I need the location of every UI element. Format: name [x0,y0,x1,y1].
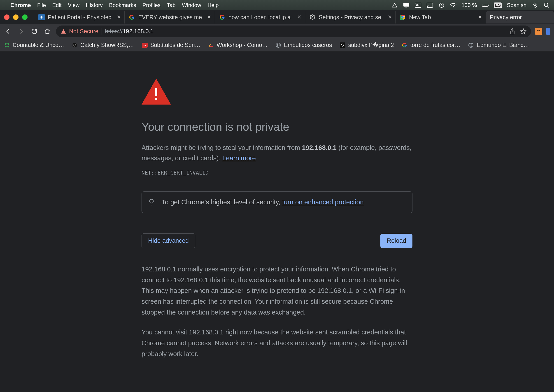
spotlight-icon[interactable] [543,3,550,8]
ssl-interstitial: Your connection is not private Attackers… [142,51,412,392]
bookmark-catch[interactable]: Catch y ShowRSS,… [72,42,134,48]
tab-patient-portal[interactable]: ✚ Patient Portal - Physiotec ✕ [34,11,125,23]
tab-privacy-error[interactable]: Privacy error [486,11,554,23]
bluetooth-icon[interactable] [531,3,538,8]
svg-point-12 [544,3,548,7]
wifi-icon[interactable] [450,3,457,8]
bookmark-embutidos[interactable]: Embutidos caseros [275,42,332,48]
hide-advanced-button[interactable]: Hide advanced [142,233,195,248]
menu-help[interactable]: Help [208,2,219,8]
svg-point-9 [453,6,454,7]
physio-favicon-icon: ✚ [38,14,45,20]
menu-profiles[interactable]: Profiles [142,2,160,8]
bookmark-title: subdivx P�gina 2 [348,42,394,48]
enhanced-protection-link[interactable]: turn on enhanced protection [282,198,364,206]
share-icon[interactable] [509,28,515,35]
svg-point-22 [72,43,77,47]
svg-point-18 [5,43,7,45]
not-secure-chip[interactable]: Not Secure [61,28,98,35]
bookmark-star-icon[interactable] [520,28,526,35]
bookmark-torre-frutas[interactable]: torre de frutas cor… [402,42,460,48]
app-name[interactable]: Chrome [10,2,31,8]
toolbar-cutoff-icon [546,28,550,35]
tab-settings[interactable]: Settings - Privacy and se ✕ [305,11,395,23]
stats-icon[interactable] [415,3,422,8]
reload-page-button[interactable]: Reload [381,234,412,248]
menu-view[interactable]: View [68,2,80,8]
globe-icon [468,42,474,48]
home-button[interactable] [43,27,52,36]
svg-rect-34 [155,88,157,96]
close-tab-icon[interactable]: ✕ [388,14,392,20]
bookmarks-bar: Countable & Unco… Catch y ShowRSS,… tv S… [0,39,554,51]
reload-button[interactable] [30,27,39,36]
close-tab-icon[interactable]: ✕ [478,14,482,20]
minimize-window-button[interactable] [13,14,19,20]
display-icon[interactable] [403,3,410,8]
details-paragraph-2: You cannot visit 192.168.0.1 right now b… [142,327,412,359]
status-triangle-icon[interactable] [391,3,398,8]
tab-open-local-ip[interactable]: how can I open local ip a ✕ [215,11,305,23]
tab-strip: ✚ Patient Portal - Physiotec ✕ EVERY web… [0,10,554,24]
bookmark-title: Subtítulos de Seri… [150,42,201,48]
svg-rect-11 [488,5,489,6]
tab-title: New Tab [409,14,475,21]
menu-tab[interactable]: Tab [167,2,176,8]
svg-text:tv: tv [143,44,146,47]
svg-rect-7 [427,3,433,7]
battery-icon[interactable] [482,3,489,8]
close-tab-icon[interactable]: ✕ [207,14,211,20]
bookmark-title: Edmundo E. Bianc… [477,42,529,48]
window-controls [4,14,28,20]
menu-history[interactable]: History [86,2,103,8]
cast-icon[interactable] [426,3,433,8]
menu-file[interactable]: File [37,2,46,8]
svg-point-21 [7,46,9,47]
lightbulb-icon [148,198,155,206]
grid-icon [4,42,10,48]
bookmark-workshop[interactable]: Workshop - Como… [208,42,268,48]
tab-title: how can I open local ip a [229,14,294,21]
back-button[interactable] [4,27,13,36]
bookmark-edmundo[interactable]: Edmundo E. Bianc… [468,42,529,48]
enhanced-protection-tip: To get Chrome's highest level of securit… [142,191,412,213]
svg-point-20 [5,46,7,47]
browser-toolbar: Not Secure https://192.168.0.1 [0,24,554,39]
google-icon [402,42,408,48]
menu-window[interactable]: Window [182,2,201,8]
svg-point-14 [312,16,313,18]
tab-every-website[interactable]: EVERY website gives me ✕ [125,11,215,23]
tab-new-tab[interactable]: New Tab ✕ [395,11,486,23]
close-tab-icon[interactable]: ✕ [117,14,121,20]
arc-icon [208,42,214,48]
bookmark-title: Embutidos caseros [284,42,332,48]
timemachine-icon[interactable] [438,3,445,8]
close-tab-icon[interactable]: ✕ [297,14,301,20]
omnibox[interactable]: Not Secure https://192.168.0.1 [56,26,531,37]
bookmark-title: Countable & Unco… [13,42,64,48]
svg-point-36 [150,199,153,203]
menu-edit[interactable]: Edit [52,2,61,8]
svg-rect-2 [415,3,421,7]
bookmark-subtitulos[interactable]: tv Subtítulos de Seri… [142,42,201,48]
interstitial-title: Your connection is not private [142,120,412,133]
bookmark-subdivx[interactable]: S subdivx P�gina 2 [339,42,394,48]
menu-bookmarks[interactable]: Bookmarks [109,2,136,8]
gear-icon [309,14,316,20]
s-box-icon: S [339,42,345,48]
tab-title: Patient Portal - Physiotec [48,14,114,21]
tab-title: Settings - Privacy and se [319,14,384,21]
url-text: https://192.168.0.1 [105,28,153,35]
extension-icon[interactable] [535,28,542,35]
svg-text:S: S [341,43,344,47]
bookmark-countable[interactable]: Countable & Unco… [4,42,64,48]
input-lang-name[interactable]: Spanish [507,2,526,8]
details-paragraph-1: 192.168.0.1 normally uses encryption to … [142,264,412,318]
forward-button[interactable] [17,27,26,36]
close-window-button[interactable] [4,14,9,20]
omnibox-divider [102,28,102,35]
fullscreen-window-button[interactable] [22,14,28,20]
macos-menubar: Chrome File Edit View History Bookmarks … [0,0,554,10]
input-lang-code[interactable]: ES [494,2,502,8]
learn-more-link[interactable]: Learn more [222,154,256,162]
